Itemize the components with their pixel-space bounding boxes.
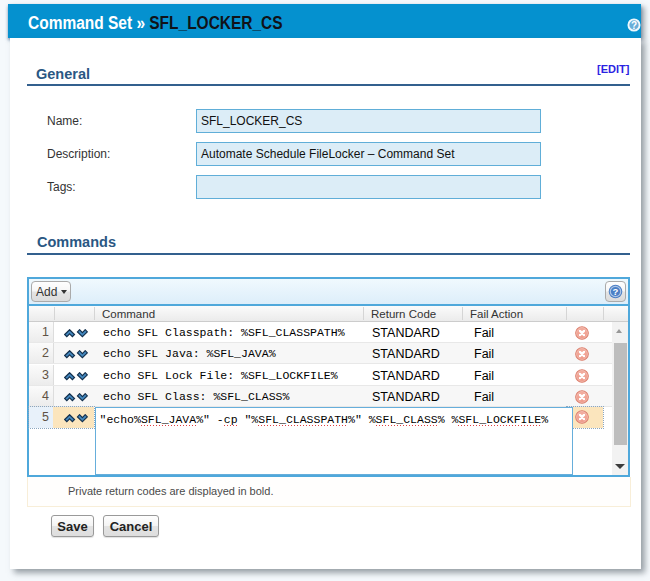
svg-text:?: ?: [631, 20, 637, 31]
svg-text:?: ?: [613, 286, 619, 297]
